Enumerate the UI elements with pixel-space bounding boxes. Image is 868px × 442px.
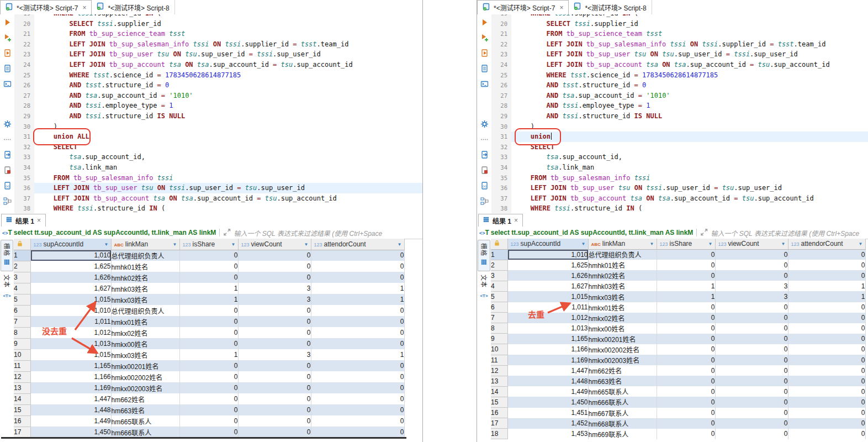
results-tab[interactable]: 结果 1× [478, 214, 523, 227]
cell-isShare[interactable]: 0 [657, 408, 715, 418]
row-number[interactable]: 6 [14, 305, 30, 316]
row-number[interactable]: 15 [14, 404, 30, 415]
cell-linkMan[interactable]: hmkx002003姓名 [111, 382, 179, 393]
cell-viewCount[interactable]: 0 [715, 344, 788, 355]
cell-supAccountId[interactable]: 1,627 [30, 283, 111, 294]
cell-linkMan[interactable]: hmkx02姓名 [111, 327, 179, 338]
row-number[interactable]: 5 [491, 291, 507, 302]
cell-attendorCount[interactable]: 0 [311, 427, 404, 438]
cell-linkMan[interactable]: hmkx00姓名 [111, 338, 179, 349]
cell-linkMan[interactable]: 总代理组织负责人 [588, 249, 657, 260]
cell-viewCount[interactable]: 0 [238, 427, 311, 438]
editor-tab-script-7[interactable]: *<测试环境> Script-7× [0, 0, 92, 15]
cell-supAccountId[interactable]: 1,013 [507, 323, 588, 334]
row-number[interactable]: 7 [14, 316, 30, 327]
cell-isShare[interactable]: 0 [657, 270, 715, 281]
cell-supAccountId[interactable]: 1,169 [30, 382, 111, 393]
cell-isShare[interactable]: 0 [657, 260, 715, 270]
row-number[interactable]: 16 [491, 408, 507, 418]
row-number[interactable]: 6 [491, 302, 507, 313]
cell-attendorCount[interactable]: 0 [788, 376, 865, 386]
cell-isShare[interactable]: 0 [657, 386, 715, 397]
row-number[interactable]: 10 [14, 349, 30, 360]
expand-filter-icon[interactable] [223, 228, 231, 238]
cell-viewCount[interactable]: 0 [715, 334, 788, 344]
results-tab-close-icon[interactable]: × [37, 217, 41, 224]
row-number[interactable]: 1 [491, 249, 507, 260]
cell-viewCount[interactable]: 0 [238, 404, 311, 415]
cell-viewCount[interactable]: 0 [238, 316, 311, 327]
cell-linkMan[interactable]: hmhk02姓名 [588, 270, 657, 281]
more-options-icon[interactable] [3, 135, 12, 144]
cell-supAccountId[interactable]: 1,012 [30, 327, 111, 338]
view-tab-text[interactable]: 文本<T> [1, 272, 13, 302]
cell-attendorCount[interactable]: 0 [311, 250, 404, 261]
cell-attendorCount[interactable]: 1 [788, 291, 865, 302]
value-format-icon[interactable]: (x) [480, 181, 489, 190]
cell-supAccountId[interactable]: 1,449 [30, 415, 111, 427]
cell-viewCount[interactable]: 0 [715, 302, 788, 313]
editor-tab-script-8[interactable]: *<测试环境> Script-8 [92, 0, 174, 14]
cell-viewCount[interactable]: 0 [238, 272, 311, 283]
row-number[interactable]: 12 [491, 365, 507, 376]
expand-filter-icon[interactable] [700, 228, 708, 238]
sort-dropdown-icon[interactable]: ▼ [650, 241, 654, 246]
execute-script-icon[interactable] [480, 49, 489, 57]
sort-dropdown-icon[interactable]: ▼ [231, 241, 236, 246]
cell-supAccountId[interactable]: 1,010 [30, 305, 111, 316]
cell-supAccountId[interactable]: 1,447 [507, 365, 588, 376]
sort-dropdown-icon[interactable]: ▼ [859, 241, 863, 246]
cell-isShare[interactable]: 0 [179, 427, 238, 438]
cell-viewCount[interactable]: 0 [238, 382, 311, 393]
row-number[interactable]: 17 [491, 418, 507, 429]
cell-viewCount[interactable]: 0 [715, 376, 788, 386]
cell-supAccountId[interactable]: 1,626 [507, 270, 588, 281]
cell-attendorCount[interactable]: 1 [311, 349, 404, 360]
cell-isShare[interactable]: 0 [179, 261, 238, 272]
row-number[interactable]: 17 [14, 427, 30, 438]
cell-supAccountId[interactable]: 1,165 [30, 360, 111, 371]
cell-viewCount[interactable]: 0 [238, 327, 311, 338]
row-number[interactable]: 3 [14, 272, 30, 283]
cell-linkMan[interactable]: hm662姓名 [588, 365, 657, 376]
column-header-attendorCount[interactable]: 123attendorCount▼ [311, 239, 404, 250]
cell-viewCount[interactable]: 0 [715, 249, 788, 260]
cell-viewCount[interactable]: 0 [715, 270, 788, 281]
open-sql-console-icon[interactable] [480, 80, 489, 88]
cell-supAccountId[interactable]: 1,169 [507, 355, 588, 365]
cell-attendorCount[interactable]: 0 [788, 429, 865, 439]
cell-attendorCount[interactable]: 0 [788, 270, 865, 281]
settings-gear-icon[interactable] [480, 119, 489, 128]
cell-isShare[interactable]: 0 [657, 334, 715, 344]
cell-isShare[interactable]: 1 [657, 291, 715, 302]
row-number[interactable]: 7 [491, 313, 507, 323]
result-filter-bar[interactable]: <>Tselect tt.sup_account_id AS supAccoun… [0, 227, 422, 239]
cell-attendorCount[interactable]: 0 [311, 382, 404, 393]
row-number[interactable]: 14 [14, 393, 30, 404]
sort-dropdown-icon[interactable]: ▼ [173, 241, 177, 246]
cell-supAccountId[interactable]: 1,625 [507, 260, 588, 270]
cell-attendorCount[interactable]: 0 [788, 344, 865, 355]
cell-linkMan[interactable]: hm663姓名 [111, 404, 179, 415]
save-to-file-icon[interactable] [3, 166, 12, 175]
cell-supAccountId[interactable]: 1,448 [30, 404, 111, 415]
row-number[interactable]: 13 [14, 382, 30, 393]
row-number[interactable]: 12 [14, 371, 30, 382]
cell-supAccountId[interactable]: 1,453 [507, 429, 588, 439]
cell-isShare[interactable]: 0 [657, 418, 715, 429]
result-filter-bar[interactable]: <>Tselect tt.sup_account_id AS supAccoun… [477, 227, 868, 239]
row-number[interactable]: 8 [491, 323, 507, 334]
explain-plan-icon[interactable] [480, 64, 489, 73]
export-resultset-icon[interactable] [3, 150, 12, 159]
cell-viewCount[interactable]: 0 [238, 261, 311, 272]
cell-isShare[interactable]: 0 [179, 415, 238, 427]
cell-supAccountId[interactable]: 1,015 [30, 294, 111, 305]
tab-close-icon[interactable]: × [559, 4, 563, 12]
cell-linkMan[interactable]: hmkx01姓名 [588, 302, 657, 313]
open-sql-console-icon[interactable] [3, 80, 12, 88]
cell-viewCount[interactable]: 0 [715, 313, 788, 323]
settings-gear-icon[interactable] [3, 119, 12, 128]
cell-viewCount[interactable]: 3 [238, 283, 311, 294]
column-header-viewCount[interactable]: 123viewCount▼ [238, 239, 311, 250]
execute-sql-icon[interactable] [3, 18, 12, 27]
